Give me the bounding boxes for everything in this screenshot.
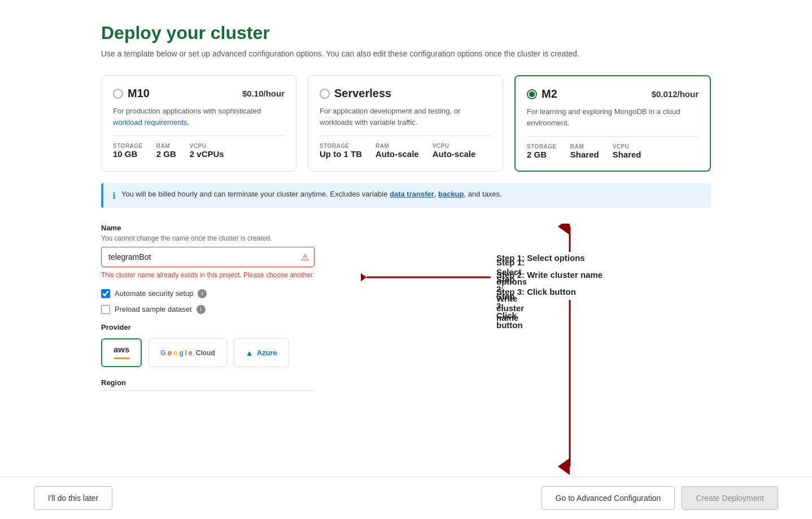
info-icon: ℹ: [112, 190, 116, 201]
step2-label: Step 2: Write cluster name: [496, 274, 524, 322]
name-error-text: This cluster name already exists in this…: [101, 271, 315, 280]
backup-link[interactable]: backup: [438, 190, 464, 198]
preload-dataset-row: Preload sample dataset i: [101, 305, 315, 314]
spec-storage-value: 10 GB: [113, 149, 143, 159]
preload-dataset-checkbox[interactable]: [101, 305, 110, 314]
page-title: Deploy your cluster: [101, 23, 711, 43]
region-section: Region: [101, 378, 315, 391]
serverless-storage-label: STORAGE: [320, 143, 362, 149]
billing-text: You will be billed hourly and can termin…: [121, 190, 502, 198]
provider-buttons: aws ▬▬▬ Google Cloud ▲ Azure: [101, 338, 315, 368]
footer-bar: I'll do this later Go to Advanced Config…: [0, 477, 812, 519]
card-m2-price: $0.012/hour: [652, 89, 699, 99]
m2-ram-label: RAM: [570, 143, 599, 150]
step1-label: Step 1: Select options: [496, 258, 527, 286]
data-transfer-link[interactable]: data transfer: [390, 190, 434, 198]
provider-azure-button[interactable]: ▲ Azure: [234, 338, 289, 368]
card-m2-desc: For learning and exploring MongoDB in a …: [527, 106, 699, 128]
name-field-hint: You cannot change the name once the clus…: [101, 234, 315, 242]
card-m2-name: M2: [542, 88, 557, 101]
automate-info-badge[interactable]: i: [198, 289, 207, 298]
preload-dataset-label: Preload sample dataset: [115, 305, 192, 313]
radio-serverless[interactable]: [320, 89, 330, 99]
card-serverless[interactable]: Serverless For application development a…: [308, 75, 503, 172]
billing-info-banner: ℹ You will be billed hourly and can term…: [101, 183, 711, 208]
page-subtitle: Use a template below or set up advanced …: [101, 49, 711, 58]
azure-label: Azure: [257, 348, 277, 357]
serverless-ram-value: Auto-scale: [376, 149, 419, 159]
card-serverless-name: Serverless: [334, 87, 391, 100]
serverless-storage-value: Up to 1 TB: [320, 149, 362, 159]
spec-storage-label: STORAGE: [113, 143, 143, 149]
input-error-icon: ⚠: [301, 252, 309, 263]
provider-label: Provider: [101, 323, 315, 332]
google-cloud-label: Cloud: [196, 349, 215, 357]
radio-m10[interactable]: [113, 89, 123, 99]
provider-section: Provider aws ▬▬▬ Google Cloud: [101, 323, 315, 368]
provider-google-button[interactable]: Google Cloud: [149, 338, 226, 368]
provider-aws-button[interactable]: aws ▬▬▬: [101, 338, 142, 368]
automate-security-label: Automate security setup: [115, 289, 193, 298]
spec-ram-value: 2 GB: [156, 149, 176, 159]
spec-ram-label: RAM: [156, 143, 176, 149]
m2-vcpu-label: vCPU: [613, 143, 641, 150]
name-field-label: Name: [101, 224, 315, 232]
m2-ram-value: Shared: [570, 150, 599, 159]
step3-label: Step 3: Click button: [496, 291, 523, 330]
step1-text: Step 1: Select options: [496, 253, 585, 263]
card-m10[interactable]: M10 $0.10/hour For production applicatio…: [101, 75, 296, 172]
serverless-ram-label: RAM: [376, 143, 419, 149]
create-deployment-button[interactable]: Create Deployment: [682, 486, 778, 510]
automate-security-checkbox[interactable]: [101, 289, 110, 298]
spec-vcpu-value: 2 vCPUs: [190, 149, 224, 159]
radio-m2[interactable]: [527, 89, 537, 99]
preload-info-badge[interactable]: i: [197, 305, 206, 314]
region-label: Region: [101, 378, 315, 387]
card-m10-price: $0.10/hour: [242, 89, 285, 98]
cluster-cards-row: M10 $0.10/hour For production applicatio…: [101, 75, 711, 172]
aws-text: aws: [113, 345, 129, 355]
cluster-form: Name You cannot change the name once the…: [101, 224, 315, 391]
advanced-config-button[interactable]: Go to Advanced Configuration: [542, 486, 675, 510]
cluster-name-input[interactable]: [101, 247, 315, 267]
automate-security-row: Automate security setup i: [101, 289, 315, 298]
card-m10-desc: For production applications with sophist…: [113, 106, 285, 128]
serverless-vcpu-label: vCPU: [433, 143, 476, 149]
step3-text: Step 3: Click button: [496, 287, 576, 296]
m2-storage-label: STORAGE: [527, 143, 557, 150]
card-serverless-desc: For application development and testing,…: [320, 106, 491, 128]
azure-logo: ▲: [246, 348, 254, 357]
m2-vcpu-value: Shared: [613, 150, 641, 159]
step2-text: Step 2: Write cluster name: [496, 270, 603, 280]
do-later-button[interactable]: I'll do this later: [34, 486, 112, 510]
card-m2[interactable]: M2 $0.012/hour For learning and explorin…: [514, 75, 711, 172]
m2-storage-value: 2 GB: [527, 150, 557, 159]
card-m10-name: M10: [128, 87, 150, 100]
spec-vcpu-label: vCPU: [190, 143, 224, 149]
serverless-vcpu-value: Auto-scale: [433, 149, 476, 159]
